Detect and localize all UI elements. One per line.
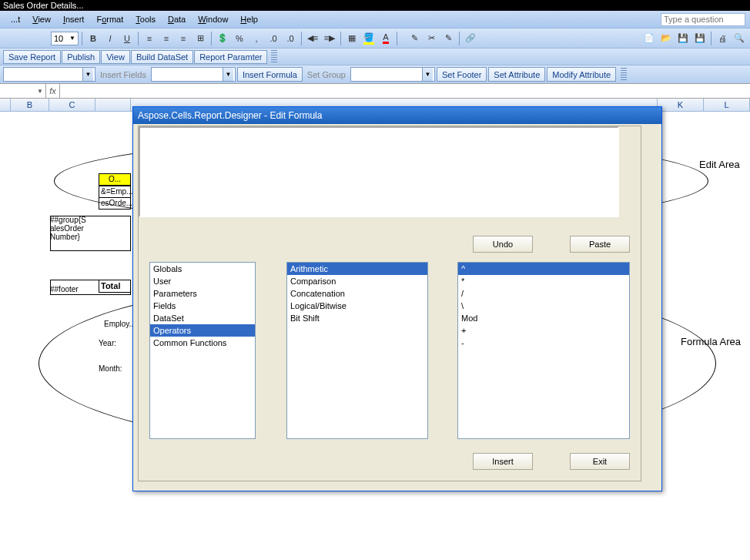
formatting-toolbar: 10▼ B I U ≡ ≡ ≡ ⊞ 💲 % , .0 .0 ◀≡ ≡▶ ▦ 🪣 … bbox=[0, 28, 750, 48]
cell[interactable]: &=Emp... bbox=[99, 186, 131, 198]
list-item-selected[interactable]: Arithmetic bbox=[287, 263, 427, 275]
currency-button[interactable]: 💲 bbox=[215, 31, 230, 46]
list-item[interactable]: * bbox=[458, 275, 629, 287]
help-question-input[interactable] bbox=[661, 13, 745, 26]
paste-button[interactable]: Paste bbox=[570, 236, 630, 253]
exit-button[interactable]: Exit bbox=[570, 453, 630, 470]
increase-indent-button[interactable]: ≡▶ bbox=[322, 31, 337, 46]
cell-header[interactable]: O... bbox=[99, 173, 131, 186]
menu-item[interactable]: ...t bbox=[5, 15, 26, 24]
list-item[interactable]: Comparison bbox=[287, 275, 427, 287]
cell-border bbox=[50, 216, 131, 251]
dialog-panel: Undo Paste Globals User Parameters Field… bbox=[138, 126, 641, 481]
list-item-selected[interactable]: ^ bbox=[458, 263, 629, 275]
report-parameter-button[interactable]: Report Paramter bbox=[194, 50, 267, 64]
decrease-indent-button[interactable]: ◀≡ bbox=[305, 31, 320, 46]
col-header-k[interactable]: K bbox=[658, 99, 704, 111]
insert-button[interactable]: Insert bbox=[473, 453, 533, 470]
dialog-titlebar[interactable]: Aspose.Cells.Report.Designer - Edit Form… bbox=[133, 107, 661, 124]
list-item[interactable]: Common Functions bbox=[150, 337, 255, 349]
subcategories-listbox[interactable]: Arithmetic Comparison Concatenation Logi… bbox=[286, 262, 428, 439]
menu-insert[interactable]: Insert bbox=[57, 15, 91, 24]
cell[interactable]: esOrde... bbox=[99, 198, 131, 210]
list-item[interactable]: \ bbox=[458, 300, 629, 312]
toolbar-grip[interactable] bbox=[271, 50, 277, 64]
print-icon[interactable]: 🖨 bbox=[715, 31, 730, 46]
saveas-icon[interactable]: 💾 bbox=[692, 31, 708, 46]
name-box[interactable]: ▼ bbox=[0, 84, 46, 98]
align-center-button[interactable]: ≡ bbox=[159, 31, 174, 46]
align-left-button[interactable]: ≡ bbox=[142, 31, 157, 46]
build-dataset-button[interactable]: Build DataSet bbox=[131, 50, 193, 64]
list-item-selected[interactable]: Operators bbox=[150, 324, 255, 337]
list-item[interactable]: - bbox=[458, 337, 629, 349]
menu-data[interactable]: Data bbox=[162, 15, 192, 24]
list-item[interactable]: Bit Shift bbox=[287, 312, 427, 324]
formula-edit-area[interactable] bbox=[139, 126, 619, 217]
tool-icon[interactable]: ✎ bbox=[440, 31, 456, 46]
menu-format[interactable]: Format bbox=[90, 15, 129, 24]
toolbar-grip[interactable] bbox=[621, 68, 627, 82]
operators-listbox[interactable]: ^ * / \ Mod + - bbox=[457, 262, 630, 439]
list-item[interactable]: Fields bbox=[150, 300, 255, 312]
titlebar: Sales Order Details... bbox=[0, 0, 750, 11]
undo-button[interactable]: Undo bbox=[473, 236, 533, 253]
open-icon[interactable]: 📂 bbox=[658, 31, 674, 46]
menubar: ...t View Insert Format Tools Data Windo… bbox=[0, 11, 750, 28]
set-group-combo[interactable]: ▼ bbox=[350, 67, 435, 82]
menu-window[interactable]: Window bbox=[192, 15, 234, 24]
view-button[interactable]: View bbox=[101, 50, 130, 64]
list-item[interactable]: + bbox=[458, 324, 629, 337]
fill-color-button[interactable]: 🪣 bbox=[361, 31, 377, 46]
list-item[interactable]: / bbox=[458, 287, 629, 300]
decrease-decimal-button[interactable]: .0 bbox=[283, 31, 298, 46]
borders-button[interactable]: ▦ bbox=[344, 31, 360, 46]
col-header-l[interactable]: L bbox=[704, 99, 750, 111]
menu-view[interactable]: View bbox=[26, 15, 57, 24]
new-icon[interactable]: 📄 bbox=[641, 31, 657, 46]
formula-input[interactable] bbox=[60, 84, 750, 98]
list-item[interactable]: Mod bbox=[458, 312, 629, 324]
publish-button[interactable]: Publish bbox=[62, 50, 100, 64]
font-color-button[interactable]: A bbox=[378, 31, 393, 46]
report-toolbar: Save Report Publish View Build DataSet R… bbox=[0, 48, 750, 65]
modify-attribute-button[interactable]: Modify Attribute bbox=[547, 67, 616, 82]
menu-tools[interactable]: Tools bbox=[129, 15, 162, 24]
merge-button[interactable]: ⊞ bbox=[193, 31, 208, 46]
list-item[interactable]: Globals bbox=[150, 263, 255, 275]
bold-button[interactable]: B bbox=[85, 31, 101, 46]
employee-label: Employ... bbox=[104, 320, 136, 328]
col-header-c[interactable]: C bbox=[49, 99, 95, 111]
underline-button[interactable]: U bbox=[119, 31, 135, 46]
set-footer-button[interactable]: Set Footer bbox=[437, 67, 487, 82]
preview-icon[interactable]: 🔍 bbox=[732, 31, 747, 46]
list-item[interactable]: Concatenation bbox=[287, 287, 427, 300]
col-header[interactable] bbox=[95, 99, 131, 111]
edit-formula-dialog: Aspose.Cells.Report.Designer - Edit Form… bbox=[132, 106, 662, 491]
insert-formula-button[interactable]: Insert Formula bbox=[237, 67, 303, 82]
align-right-button[interactable]: ≡ bbox=[176, 31, 191, 46]
insert-fields-combo[interactable]: ▼ bbox=[151, 67, 236, 82]
col-header-b[interactable]: B bbox=[11, 99, 49, 111]
tool-icon[interactable]: 🔗 bbox=[463, 31, 478, 46]
categories-listbox[interactable]: Globals User Parameters Fields DataSet O… bbox=[149, 262, 256, 439]
comma-button[interactable]: , bbox=[249, 31, 264, 46]
col-header[interactable] bbox=[0, 99, 11, 111]
save-icon[interactable]: 💾 bbox=[675, 31, 691, 46]
list-item[interactable]: User bbox=[150, 275, 255, 287]
increase-decimal-button[interactable]: .0 bbox=[266, 31, 281, 46]
set-attribute-button[interactable]: Set Attribute bbox=[488, 67, 545, 82]
dataset-combo[interactable]: ▼ bbox=[3, 67, 95, 82]
fx-icon[interactable]: fx bbox=[46, 84, 60, 98]
percent-button[interactable]: % bbox=[232, 31, 247, 46]
italic-button[interactable]: I bbox=[102, 31, 118, 46]
tool-icon[interactable]: ✎ bbox=[407, 31, 422, 46]
font-size-combo[interactable]: 10▼ bbox=[51, 32, 79, 45]
menu-help[interactable]: Help bbox=[234, 15, 264, 24]
list-item[interactable]: Parameters bbox=[150, 287, 255, 300]
list-item[interactable]: Logical/Bitwise bbox=[287, 300, 427, 312]
set-group-label: Set Group bbox=[304, 70, 349, 79]
list-item[interactable]: DataSet bbox=[150, 312, 255, 324]
save-report-button[interactable]: Save Report bbox=[3, 50, 61, 64]
tool-icon[interactable]: ✂ bbox=[424, 31, 439, 46]
